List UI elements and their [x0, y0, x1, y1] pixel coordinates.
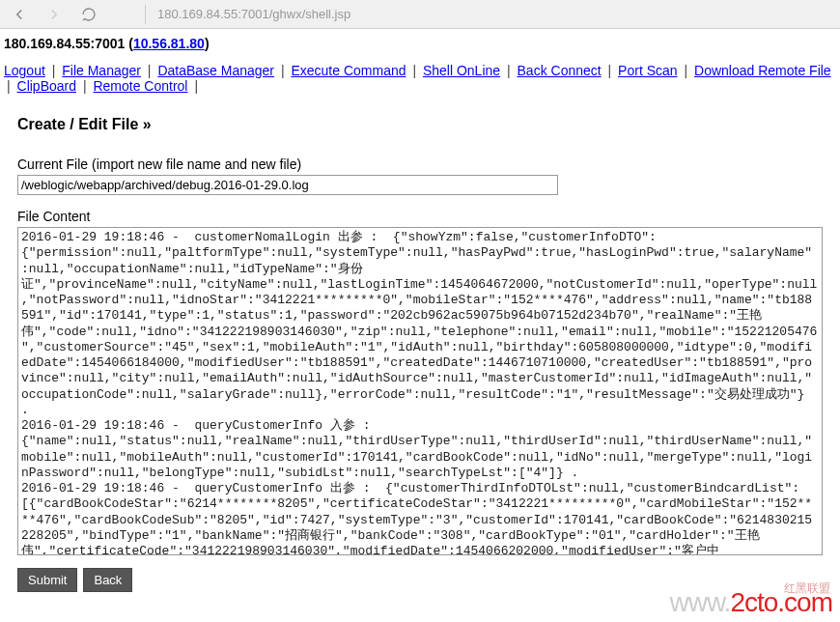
- file-content-label: File Content: [17, 209, 823, 224]
- page-title: Create / Edit File »: [17, 116, 823, 133]
- reload-icon[interactable]: [79, 5, 98, 24]
- nav-back-connect[interactable]: Back Connect: [518, 63, 602, 78]
- nav-logout[interactable]: Logout: [4, 63, 45, 78]
- browser-toolbar: 180.169.84.55:7001/ghwx/shell.jsp: [0, 0, 840, 29]
- back-arrow-icon[interactable]: [10, 5, 29, 24]
- forward-arrow-icon[interactable]: [44, 5, 64, 24]
- submit-button[interactable]: Submit: [17, 568, 77, 592]
- nav-clipboard[interactable]: ClipBoard: [17, 78, 76, 94]
- browser-url: 180.169.84.55:7001/ghwx/shell.jsp: [157, 7, 350, 21]
- nav-shell-online[interactable]: Shell OnLine: [423, 63, 500, 78]
- back-button[interactable]: Back: [83, 568, 132, 592]
- file-content-textarea[interactable]: [17, 227, 823, 555]
- host-info: 180.169.84.55:7001 (10.56.81.80): [0, 29, 840, 58]
- top-nav: Logout | File Manager | DataBase Manager…: [0, 58, 840, 99]
- nav-file-manager[interactable]: File Manager: [62, 63, 141, 78]
- nav-database-manager[interactable]: DataBase Manager: [157, 63, 274, 78]
- nav-execute-command[interactable]: Execute Command: [291, 63, 406, 78]
- nav-download-remote[interactable]: Download Remote File: [694, 63, 831, 78]
- nav-remote-control[interactable]: Remote Control: [93, 78, 187, 94]
- current-file-input[interactable]: [17, 175, 558, 195]
- host-ip-link[interactable]: 10.56.81.80: [133, 36, 205, 51]
- nav-port-scan[interactable]: Port Scan: [618, 63, 677, 78]
- current-file-label: Current File (import new file name and n…: [17, 156, 823, 172]
